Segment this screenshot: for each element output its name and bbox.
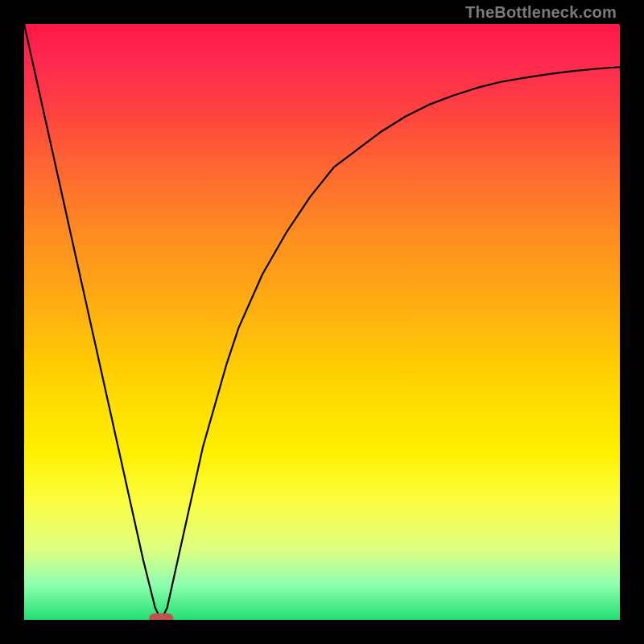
chart-frame: TheBottleneck.com: [0, 0, 644, 644]
marker-layer: [149, 613, 173, 620]
watermark-text: TheBottleneck.com: [465, 3, 617, 22]
optimum-marker: [149, 613, 173, 620]
chart-svg: [24, 24, 620, 620]
bottleneck-curve: [24, 24, 620, 620]
curve-layer: [24, 24, 620, 620]
plot-area: [24, 24, 620, 620]
